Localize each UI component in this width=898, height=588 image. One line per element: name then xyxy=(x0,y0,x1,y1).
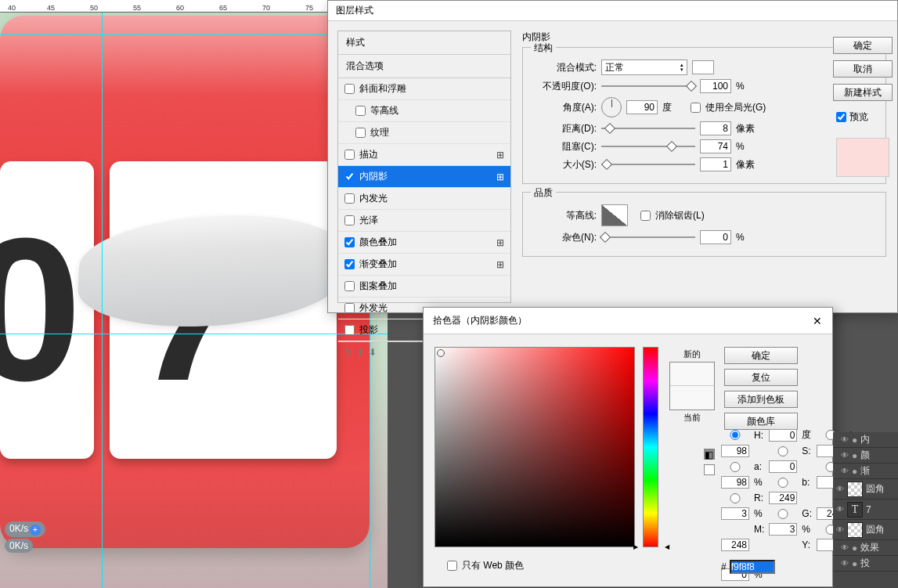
blend-options-header[interactable]: 混合选项 xyxy=(338,55,510,78)
web-only-checkbox[interactable] xyxy=(447,561,457,571)
style-checkbox[interactable] xyxy=(355,106,366,116)
style-item-8[interactable]: 渐变叠加⊞ xyxy=(338,254,510,276)
move-down-icon[interactable]: ⬇ xyxy=(369,347,377,358)
style-item-2[interactable]: 纹理 xyxy=(338,122,510,144)
layer-row[interactable]: 👁T7 xyxy=(833,500,898,520)
dialog-titlebar[interactable]: 图层样式 xyxy=(328,1,897,21)
global-light-checkbox[interactable] xyxy=(691,103,701,113)
web-only-label: 只有 Web 颜色 xyxy=(462,559,524,572)
visibility-icon[interactable]: 👁 xyxy=(836,525,844,534)
style-item-3[interactable]: 描边⊞ xyxy=(338,144,510,166)
add-effect-icon[interactable]: ⊞ xyxy=(496,259,504,270)
tiny-swatch[interactable] xyxy=(704,464,715,475)
visibility-icon[interactable]: 👁 xyxy=(841,543,849,552)
style-checkbox[interactable] xyxy=(344,259,355,269)
sat-cursor[interactable] xyxy=(437,349,445,357)
add-effect-icon[interactable]: ⊞ xyxy=(496,237,504,248)
noise-input[interactable] xyxy=(700,230,731,244)
cp-add-swatch-button[interactable]: 添加到色板 xyxy=(724,391,798,408)
hue-thumb[interactable] xyxy=(640,543,663,550)
blend-mode-select[interactable]: 正常 ▴▾ xyxy=(601,60,687,75)
size-slider[interactable] xyxy=(601,161,695,168)
a-input[interactable] xyxy=(769,460,797,473)
style-item-9[interactable]: 图案叠加 xyxy=(338,276,510,298)
R-input[interactable] xyxy=(769,492,797,504)
current-color-label: 当前 xyxy=(669,412,715,424)
layer-row[interactable]: 👁圆角 xyxy=(833,520,898,540)
move-up-icon[interactable]: ⬆ xyxy=(356,347,364,358)
style-checkbox[interactable] xyxy=(344,325,355,335)
distance-slider[interactable] xyxy=(601,124,695,132)
style-checkbox[interactable] xyxy=(344,281,355,291)
visibility-icon[interactable]: 👁 xyxy=(841,451,849,460)
layer-row[interactable]: 👁圆角 xyxy=(833,479,898,500)
M-input[interactable] xyxy=(769,523,797,536)
contour-picker[interactable] xyxy=(601,204,628,226)
hue-slider[interactable] xyxy=(643,347,658,547)
visibility-icon[interactable]: 👁 xyxy=(841,467,849,475)
style-checkbox[interactable] xyxy=(355,128,366,138)
blab-radio[interactable] xyxy=(769,478,797,488)
add-effect-icon[interactable]: ⊞ xyxy=(496,150,504,161)
style-item-7[interactable]: 颜色叠加⊞ xyxy=(338,232,510,254)
H-radio[interactable] xyxy=(721,430,749,440)
cancel-button[interactable]: 取消 xyxy=(833,60,893,78)
style-checkbox[interactable] xyxy=(344,303,355,313)
saturation-brightness-box[interactable] xyxy=(435,347,635,547)
a-radio[interactable] xyxy=(721,462,749,472)
hex-input[interactable] xyxy=(730,560,775,574)
style-checkbox[interactable] xyxy=(344,150,355,160)
cp-reset-button[interactable]: 复位 xyxy=(724,369,798,386)
style-checkbox[interactable] xyxy=(344,171,355,182)
guide-horizontal[interactable] xyxy=(0,334,388,334)
close-icon[interactable]: ✕ xyxy=(812,316,823,326)
Brgb-input[interactable] xyxy=(721,539,749,551)
angle-label: 角度(A): xyxy=(532,101,597,114)
angle-unit: 度 xyxy=(662,101,686,114)
C-input[interactable] xyxy=(721,507,749,520)
new-style-button[interactable]: 新建样式 xyxy=(833,84,893,101)
cp-ok-button[interactable]: 确定 xyxy=(724,347,798,364)
L-input[interactable] xyxy=(721,445,749,457)
noise-slider[interactable] xyxy=(601,233,695,241)
style-item-1[interactable]: 等高线 xyxy=(338,100,510,122)
visibility-icon[interactable]: 👁 xyxy=(836,505,844,514)
styles-header[interactable]: 样式 xyxy=(338,31,510,55)
S-radio[interactable] xyxy=(769,446,797,456)
cp-color-library-button[interactable]: 颜色库 xyxy=(724,413,798,430)
add-effect-icon[interactable]: ⊞ xyxy=(496,171,504,182)
distance-input[interactable] xyxy=(700,121,731,135)
visibility-icon[interactable]: 👁 xyxy=(836,485,844,493)
H-input[interactable] xyxy=(769,429,797,442)
style-item-6[interactable]: 光泽 xyxy=(338,210,510,232)
choke-slider[interactable] xyxy=(601,142,695,150)
preview-checkbox[interactable] xyxy=(836,112,846,122)
size-input[interactable] xyxy=(700,157,731,171)
choke-input[interactable] xyxy=(700,139,731,153)
opacity-input[interactable] xyxy=(700,79,731,93)
style-checkbox[interactable] xyxy=(344,84,355,94)
style-item-5[interactable]: 内发光 xyxy=(338,188,510,210)
style-item-0[interactable]: 斜面和浮雕 xyxy=(338,78,510,100)
size-label: 大小(S): xyxy=(532,158,597,171)
new-current-swatch[interactable] xyxy=(669,362,715,410)
fx-menu-icon[interactable]: fx xyxy=(344,347,352,358)
opacity-slider[interactable] xyxy=(601,82,695,90)
guide-vertical[interactable] xyxy=(102,13,103,588)
colorpicker-titlebar[interactable]: 拾色器（内阴影颜色） ✕ xyxy=(424,308,832,334)
visibility-icon[interactable]: 👁 xyxy=(841,435,849,444)
cube-icon[interactable]: ◧ xyxy=(704,449,715,460)
style-checkbox[interactable] xyxy=(344,193,355,204)
visibility-icon[interactable]: 👁 xyxy=(841,559,849,568)
G-radio[interactable] xyxy=(769,509,797,519)
style-item-4[interactable]: 内阴影⊞ xyxy=(338,166,510,188)
Bhsb-input[interactable] xyxy=(721,476,749,489)
style-checkbox[interactable] xyxy=(344,215,355,225)
angle-input[interactable] xyxy=(626,100,658,114)
antialias-checkbox[interactable] xyxy=(640,211,651,221)
shadow-color-swatch[interactable] xyxy=(692,60,714,74)
ok-button[interactable]: 确定 xyxy=(833,37,893,54)
R-radio[interactable] xyxy=(721,493,749,503)
style-checkbox[interactable] xyxy=(344,237,355,247)
angle-dial[interactable] xyxy=(601,97,622,117)
